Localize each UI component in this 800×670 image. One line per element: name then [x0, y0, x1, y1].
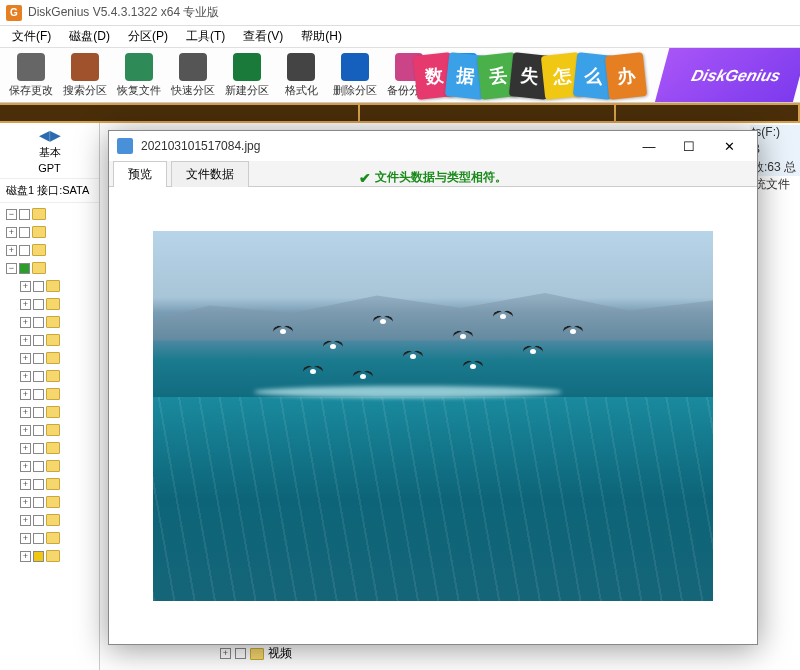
- minimize-button[interactable]: —: [629, 132, 669, 160]
- checkbox-icon[interactable]: [33, 335, 44, 346]
- menu-item[interactable]: 帮助(H): [293, 26, 350, 47]
- checkbox-icon[interactable]: [33, 281, 44, 292]
- folder-icon: [46, 352, 60, 364]
- expand-icon[interactable]: +: [20, 335, 31, 346]
- disk-segment[interactable]: [616, 105, 800, 121]
- expand-icon[interactable]: +: [20, 389, 31, 400]
- tree-row[interactable]: +: [2, 547, 97, 565]
- toolbar-button[interactable]: 保存更改: [4, 50, 58, 100]
- expand-icon[interactable]: +: [20, 533, 31, 544]
- toolbar-button[interactable]: 新建分区: [220, 50, 274, 100]
- checkbox-icon[interactable]: [33, 515, 44, 526]
- tool-label: 快速分区: [171, 83, 215, 98]
- checkbox-icon[interactable]: [33, 425, 44, 436]
- checkbox-icon[interactable]: [33, 353, 44, 364]
- expand-icon[interactable]: +: [20, 353, 31, 364]
- tree-row[interactable]: +: [2, 475, 97, 493]
- tree-row[interactable]: +: [2, 421, 97, 439]
- folder-icon: [46, 514, 60, 526]
- checkbox-icon[interactable]: [33, 317, 44, 328]
- toolbar-button[interactable]: 快速分区: [166, 50, 220, 100]
- expand-icon[interactable]: +: [20, 551, 31, 562]
- folder-icon: [46, 478, 60, 490]
- tab-file-data[interactable]: 文件数据: [171, 161, 249, 187]
- close-button[interactable]: ✕: [709, 132, 749, 160]
- tree-row[interactable]: +: [2, 277, 97, 295]
- expand-icon[interactable]: +: [6, 227, 17, 238]
- tree-row[interactable]: +: [2, 511, 97, 529]
- expand-icon[interactable]: +: [20, 407, 31, 418]
- expand-icon[interactable]: +: [20, 461, 31, 472]
- checkbox-icon[interactable]: [235, 648, 246, 659]
- left-panel: ◀▶ 基本 GPT 磁盘1 接口:SATA −++−++++++++++++++…: [0, 123, 100, 670]
- tool-icon: [233, 53, 261, 81]
- tree-view[interactable]: −++−++++++++++++++++: [0, 203, 99, 567]
- expand-icon[interactable]: +: [20, 497, 31, 508]
- tree-row[interactable]: +: [2, 295, 97, 313]
- expand-icon[interactable]: +: [20, 479, 31, 490]
- checkbox-icon[interactable]: [33, 551, 44, 562]
- checkbox-icon[interactable]: [19, 263, 30, 274]
- expand-icon[interactable]: +: [220, 648, 231, 659]
- checkbox-icon[interactable]: [33, 407, 44, 418]
- menu-item[interactable]: 磁盘(D): [61, 26, 118, 47]
- tree-row[interactable]: +: [2, 349, 97, 367]
- tree-row[interactable]: +: [2, 367, 97, 385]
- disk-segment[interactable]: [0, 105, 360, 121]
- disk-map[interactable]: [0, 103, 800, 123]
- checkbox-icon[interactable]: [19, 245, 30, 256]
- checkbox-icon[interactable]: [33, 533, 44, 544]
- expand-icon[interactable]: −: [6, 263, 17, 274]
- tree-row[interactable]: +: [2, 529, 97, 547]
- checkbox-icon[interactable]: [33, 299, 44, 310]
- checkbox-icon[interactable]: [19, 209, 30, 220]
- checkbox-icon[interactable]: [33, 389, 44, 400]
- tree-row[interactable]: +: [2, 493, 97, 511]
- expand-icon[interactable]: +: [20, 425, 31, 436]
- toolbar-button[interactable]: 删除分区: [328, 50, 382, 100]
- menu-item[interactable]: 工具(T): [178, 26, 233, 47]
- tool-label: 新建分区: [225, 83, 269, 98]
- checkbox-icon[interactable]: [33, 497, 44, 508]
- tree-folder-video[interactable]: + 视频: [220, 645, 292, 662]
- tree-row[interactable]: −: [2, 205, 97, 223]
- expand-icon[interactable]: −: [6, 209, 17, 220]
- checkbox-icon[interactable]: [33, 479, 44, 490]
- tool-icon: [179, 53, 207, 81]
- disk-segment[interactable]: [360, 105, 616, 121]
- menu-item[interactable]: 分区(P): [120, 26, 176, 47]
- toolbar-button[interactable]: 搜索分区: [58, 50, 112, 100]
- folder-icon: [46, 442, 60, 454]
- expand-icon[interactable]: +: [20, 371, 31, 382]
- tree-row[interactable]: +: [2, 457, 97, 475]
- toolbar-button[interactable]: 恢复文件: [112, 50, 166, 100]
- expand-icon[interactable]: +: [20, 281, 31, 292]
- toolbar-button[interactable]: 格式化: [274, 50, 328, 100]
- expand-icon[interactable]: +: [20, 443, 31, 454]
- tree-row[interactable]: +: [2, 241, 97, 259]
- preview-titlebar[interactable]: 202103101517084.jpg — ☐ ✕: [109, 131, 757, 161]
- checkbox-icon[interactable]: [33, 371, 44, 382]
- maximize-button[interactable]: ☐: [669, 132, 709, 160]
- tree-row[interactable]: +: [2, 439, 97, 457]
- file-strip-row[interactable]: 统文件: [752, 176, 800, 193]
- expand-icon[interactable]: +: [6, 245, 17, 256]
- menu-item[interactable]: 查看(V): [235, 26, 291, 47]
- nav-arrows-icon[interactable]: ◀▶: [4, 127, 95, 143]
- tree-row[interactable]: −: [2, 259, 97, 277]
- checkbox-icon[interactable]: [33, 461, 44, 472]
- nav-box: ◀▶ 基本 GPT: [0, 123, 99, 179]
- menu-item[interactable]: 文件(F): [4, 26, 59, 47]
- tree-row[interactable]: +: [2, 385, 97, 403]
- tree-row[interactable]: +: [2, 223, 97, 241]
- checkbox-icon[interactable]: [19, 227, 30, 238]
- expand-icon[interactable]: +: [20, 515, 31, 526]
- tree-row[interactable]: +: [2, 403, 97, 421]
- tab-preview[interactable]: 预览: [113, 161, 167, 187]
- tool-label: 恢复文件: [117, 83, 161, 98]
- expand-icon[interactable]: +: [20, 317, 31, 328]
- tree-row[interactable]: +: [2, 331, 97, 349]
- checkbox-icon[interactable]: [33, 443, 44, 454]
- tree-row[interactable]: +: [2, 313, 97, 331]
- expand-icon[interactable]: +: [20, 299, 31, 310]
